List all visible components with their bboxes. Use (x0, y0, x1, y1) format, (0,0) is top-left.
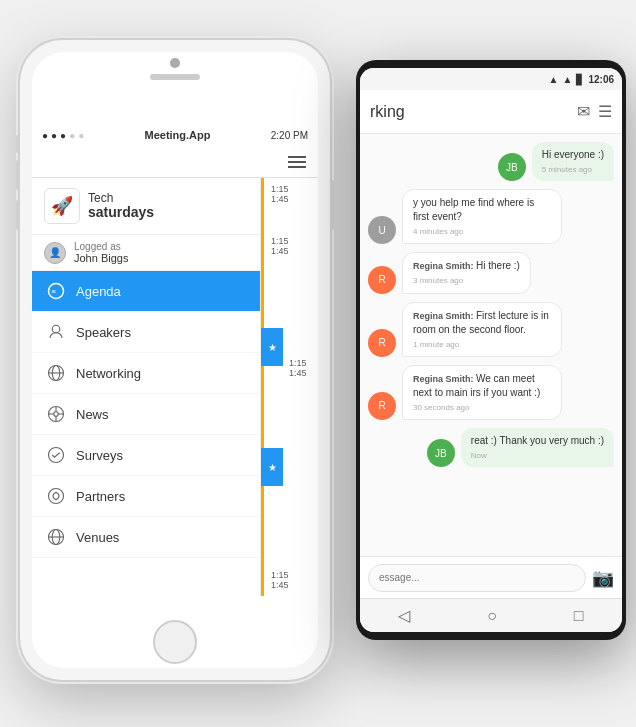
android-header-icons: ✉ ☰ (577, 102, 612, 121)
wifi-icon: ▲ (549, 74, 559, 85)
ios-nav-bar (32, 146, 318, 178)
signal-dot-2: ● (51, 130, 57, 141)
star-slot-2: ★ (261, 448, 283, 486)
svg-point-13 (49, 489, 64, 504)
surveys-icon (46, 445, 66, 465)
mute-button (16, 135, 20, 153)
logo-text: Tech saturdays (88, 192, 154, 221)
message-2-bubble: y you help me find where is first event?… (402, 189, 562, 244)
logged-as-label: Logged as (74, 241, 128, 252)
signal-area: ● ● ● ● ● (42, 130, 84, 141)
menu-icon[interactable]: ☰ (598, 102, 612, 121)
signal-dot-5: ● (78, 130, 84, 141)
message-6-content: reat :) Thank you very much :) Now (461, 428, 614, 467)
iphone-screen: ● ● ● ● ● Meeting.App 2:20 PM (32, 124, 318, 596)
star-slot-1: ★ (261, 328, 283, 366)
message-5-content: Regina Smith: We can meet next to main i… (402, 365, 562, 420)
iphone-screen-container: ● ● ● ● ● Meeting.App 2:20 PM (32, 52, 318, 668)
speakers-label: Speakers (76, 325, 131, 340)
home-button[interactable] (153, 620, 197, 664)
user-name: John Biggs (74, 252, 128, 264)
mail-icon[interactable]: ✉ (577, 102, 590, 121)
message-6-avatar: JB (427, 439, 455, 467)
camera (170, 58, 180, 68)
svg-text:≡: ≡ (52, 287, 57, 296)
logo-tech: Tech (88, 192, 154, 205)
hamburger-line-1 (288, 156, 306, 158)
android-input-bar: 📷 (360, 556, 622, 598)
message-3-bubble: Regina Smith: Hi there :) 3 minutes ago (402, 252, 531, 293)
message-1: Hi everyone :) 5 minutes ago JB (368, 142, 614, 181)
speakers-icon (46, 322, 66, 342)
send-button[interactable]: 📷 (592, 567, 614, 589)
time-slot-2: 1:15 1:45 (261, 230, 318, 262)
android-header-title: rking (370, 103, 569, 121)
volume-down-button (16, 200, 20, 230)
user-info: Logged as John Biggs (74, 241, 128, 264)
signal-dot-3: ● (60, 130, 66, 141)
back-button[interactable]: ◁ (398, 606, 410, 625)
svg-point-0 (49, 284, 64, 299)
venues-icon (46, 527, 66, 547)
agenda-icon: ≡ (46, 281, 66, 301)
signal-dot-4: ● (69, 130, 75, 141)
time-slot-4: 1:15 1:45 (261, 564, 318, 596)
svg-point-2 (52, 325, 60, 333)
message-2-avatar: U (368, 216, 396, 244)
speaker (150, 74, 200, 80)
scene: ● ● ● ● ● Meeting.App 2:20 PM (0, 0, 636, 727)
surveys-label: Surveys (76, 448, 123, 463)
svg-point-7 (54, 412, 59, 417)
partners-label: Partners (76, 489, 125, 504)
networking-icon (46, 363, 66, 383)
message-5: R Regina Smith: We can meet next to main… (368, 365, 614, 420)
logo-rocket-icon: 🚀 (44, 188, 80, 224)
time-slot-1: 1:15 1:45 (261, 178, 318, 210)
volume-up-button (16, 160, 20, 190)
message-input[interactable] (368, 564, 586, 592)
message-4-bubble: Regina Smith: First lecture is in room o… (402, 302, 562, 357)
recent-button[interactable]: □ (574, 607, 584, 625)
message-2: U y you help me find where is first even… (368, 189, 614, 244)
signal-dot-1: ● (42, 130, 48, 141)
news-icon (46, 404, 66, 424)
message-6-bubble: reat :) Thank you very much :) Now (461, 428, 614, 467)
agenda-orange-bar (261, 178, 264, 596)
android-nav-bar: ◁ ○ □ (360, 598, 622, 632)
avatar: 👤 (44, 242, 66, 264)
hamburger-menu[interactable] (288, 156, 306, 168)
svg-point-12 (49, 448, 64, 463)
android-time: 12:06 (588, 74, 614, 85)
battery-icon: ▊ (576, 74, 584, 85)
message-5-avatar: R (368, 392, 396, 420)
agenda-time-column: 1:15 1:45 1:15 1:45 ★ 1:15 1:45 (260, 178, 318, 596)
message-1-content: Hi everyone :) 5 minutes ago (532, 142, 614, 181)
message-4-sender: Regina Smith: (413, 311, 476, 321)
android-status-bar: ▲ ▲ ▊ 12:06 (360, 68, 622, 90)
message-3-content: Regina Smith: Hi there :) 3 minutes ago (402, 252, 531, 293)
message-6: reat :) Thank you very much :) Now JB (368, 428, 614, 467)
news-label: News (76, 407, 109, 422)
venues-label: Venues (76, 530, 119, 545)
power-button (330, 180, 334, 230)
iphone-device: ● ● ● ● ● Meeting.App 2:20 PM (20, 40, 330, 680)
message-5-sender: Regina Smith: (413, 374, 476, 384)
message-5-bubble: Regina Smith: We can meet next to main i… (402, 365, 562, 420)
android-screen: ▲ ▲ ▊ 12:06 rking ✉ ☰ Hi ever (360, 68, 622, 632)
android-header: rking ✉ ☰ (360, 90, 622, 134)
chat-area: Hi everyone :) 5 minutes ago JB U y you … (360, 134, 622, 590)
logo-saturdays: saturdays (88, 205, 154, 220)
signal-icon: ▲ (563, 74, 573, 85)
hamburger-line-3 (288, 166, 306, 168)
message-2-content: y you help me find where is first event?… (402, 189, 562, 244)
message-4-avatar: R (368, 329, 396, 357)
ios-status-bar: ● ● ● ● ● Meeting.App 2:20 PM (32, 124, 318, 146)
message-3-sender: Regina Smith: (413, 261, 476, 271)
agenda-label: Agenda (76, 284, 121, 299)
partners-icon (46, 486, 66, 506)
home-button[interactable]: ○ (487, 607, 497, 625)
message-3: R Regina Smith: Hi there :) 3 minutes ag… (368, 252, 614, 293)
hamburger-line-2 (288, 161, 306, 163)
time-status: 2:20 PM (271, 130, 308, 141)
android-device: ▲ ▲ ▊ 12:06 rking ✉ ☰ Hi ever (356, 60, 626, 640)
